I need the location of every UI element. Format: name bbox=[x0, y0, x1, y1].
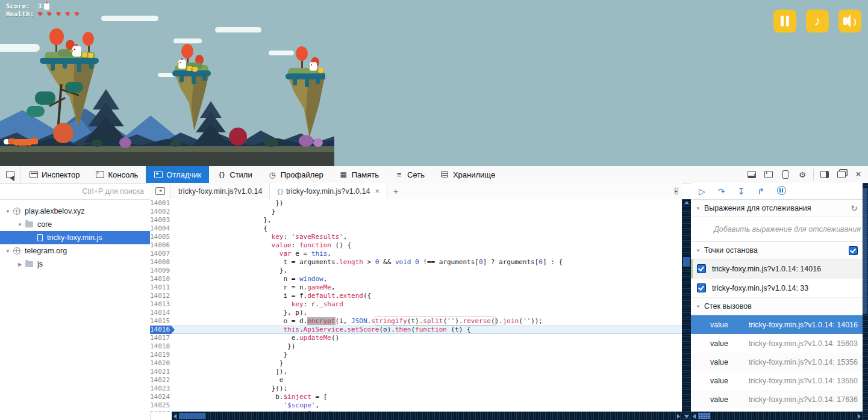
line-number[interactable]: 14011 bbox=[150, 283, 171, 292]
breakpoint-checkbox[interactable] bbox=[697, 283, 706, 292]
editor-hscrollbar[interactable] bbox=[172, 412, 682, 420]
collapse-sources-button[interactable]: ◂ bbox=[150, 183, 171, 199]
tab-console[interactable]: Консоль bbox=[87, 166, 146, 183]
tab-memory[interactable]: ▦Память bbox=[331, 166, 387, 183]
code-line[interactable]: 14005key: 'saveResults', bbox=[150, 233, 682, 241]
line-number[interactable]: 14001 bbox=[150, 199, 171, 208]
new-tab-button[interactable]: + bbox=[387, 183, 404, 199]
watch-expression-input[interactable]: Добавить выражение для отслеживания bbox=[691, 217, 863, 242]
code-line[interactable]: 14002} bbox=[150, 208, 682, 216]
code-line[interactable]: 14007var e = this, bbox=[150, 250, 682, 258]
editor-vscrollbar[interactable] bbox=[682, 199, 691, 420]
tab-debugger[interactable]: Отладчик bbox=[146, 166, 209, 183]
code-line[interactable]: 14020} bbox=[150, 359, 682, 368]
code-line[interactable]: 14009}, bbox=[150, 267, 682, 275]
line-number[interactable]: 14005 bbox=[150, 233, 171, 241]
code-line[interactable]: 14006value: function () { bbox=[150, 241, 682, 250]
tree-caret-icon[interactable]: ▶ bbox=[17, 262, 23, 267]
code-line[interactable]: 14004{ bbox=[150, 224, 682, 233]
close-tab-icon[interactable]: × bbox=[375, 187, 379, 196]
line-number[interactable]: 14004 bbox=[150, 224, 171, 233]
code-line[interactable]: 14010n = window, bbox=[150, 275, 682, 283]
line-number[interactable]: 14015 bbox=[150, 317, 171, 326]
pause-on-exceptions-button[interactable] bbox=[777, 186, 786, 196]
code-line[interactable]: 14024b.$inject = [ bbox=[150, 393, 682, 401]
code-line[interactable]: 14013key: r._shard bbox=[150, 300, 682, 309]
sources-tree-item-js[interactable]: ▶js bbox=[0, 258, 150, 271]
line-number[interactable]: 14024 bbox=[150, 393, 171, 401]
callstack-frame[interactable]: valuetricky-foxy.min.js?v1.0.14: 13550 bbox=[691, 371, 863, 390]
line-number[interactable]: 14013 bbox=[150, 300, 171, 309]
line-number[interactable]: 14023 bbox=[150, 384, 171, 393]
source-search-input[interactable]: Ctrl+P для поиска bbox=[0, 183, 150, 200]
code-line[interactable]: 14001}) bbox=[150, 199, 682, 208]
tree-caret-icon[interactable]: ▼ bbox=[17, 222, 23, 227]
breakpoints-section-header[interactable]: ▼ Точки останова bbox=[691, 242, 863, 259]
line-number[interactable]: 14006 bbox=[150, 241, 171, 250]
code-line-paused[interactable]: 14016this.ApiService.setScore(o).then(fu… bbox=[150, 326, 682, 334]
tab-profiler[interactable]: ◷Профайлер bbox=[260, 166, 331, 183]
tab-network[interactable]: ≡Сеть bbox=[387, 166, 432, 183]
window-vscrollbar[interactable] bbox=[863, 183, 868, 420]
resume-button[interactable]: ▷ bbox=[699, 187, 705, 196]
sources-tree-item-telegram-org[interactable]: ▼telegram.org bbox=[0, 244, 150, 258]
code-line[interactable]: 14018}) bbox=[150, 342, 682, 351]
tree-caret-icon[interactable]: ▼ bbox=[5, 249, 11, 254]
tab-curly[interactable]: { }Стили bbox=[209, 166, 260, 183]
watch-section-header[interactable]: ▼ Выражения для отслеживания ↻ bbox=[691, 200, 863, 217]
sources-tree-item-core[interactable]: ▼core bbox=[0, 218, 150, 231]
refresh-icon[interactable]: ↻ bbox=[851, 203, 858, 213]
line-number[interactable]: 14008 bbox=[150, 258, 171, 267]
code-line[interactable]: 14017e.updateMe() bbox=[150, 334, 682, 342]
separate-window-button[interactable] bbox=[834, 168, 849, 181]
panel-hscrollbar[interactable] bbox=[691, 412, 863, 420]
close-devtools-button[interactable]: × bbox=[851, 168, 866, 181]
code-view[interactable]: 14001})14002}14003},14004{14005key: 'sav… bbox=[150, 199, 682, 412]
step-into-button[interactable]: ↧ bbox=[738, 187, 745, 196]
settings-button[interactable]: ⚙ bbox=[795, 168, 810, 181]
line-number[interactable]: 14021 bbox=[150, 368, 171, 376]
callstack-frame[interactable]: valuetricky-foxy.min.js?v1.0.14: 14016 bbox=[691, 315, 863, 334]
line-number[interactable]: 14009 bbox=[150, 267, 171, 275]
tree-caret-icon[interactable]: ▼ bbox=[5, 209, 11, 214]
line-number[interactable]: 14019 bbox=[150, 351, 171, 359]
expand-panes-button[interactable]: ▸ bbox=[675, 186, 678, 194]
code-line[interactable]: 14015o = d.encrypt(i, JSON.stringify(t).… bbox=[150, 317, 682, 326]
code-line[interactable]: 14011r = n.gameMe, bbox=[150, 283, 682, 292]
line-number[interactable]: 14017 bbox=[150, 334, 171, 342]
dock-options-button[interactable]: ▾ bbox=[745, 168, 759, 181]
sources-tree-item-tricky-foxy-min-js[interactable]: tricky-foxy.min.js bbox=[0, 231, 150, 244]
line-number[interactable]: 14022 bbox=[150, 376, 171, 384]
music-button[interactable]: ♪ bbox=[806, 10, 829, 32]
callstack-frame[interactable]: valuetricky-foxy.min.js?v1.0.14: 15603 bbox=[691, 334, 863, 353]
breakpoint-item[interactable]: tricky-foxy.min.js?v1.0.14: 14016 bbox=[691, 259, 863, 279]
code-line[interactable]: 14021]), bbox=[150, 368, 682, 376]
line-number[interactable]: 14016 bbox=[150, 326, 171, 334]
node-picker-button[interactable] bbox=[0, 166, 21, 183]
split-console-button[interactable] bbox=[761, 168, 776, 181]
responsive-mode-button[interactable] bbox=[778, 168, 793, 181]
sound-button[interactable] bbox=[838, 10, 861, 32]
pause-button[interactable] bbox=[773, 10, 796, 32]
callstack-frame[interactable]: valuetricky-foxy.min.js?v1.0.14: 15356 bbox=[691, 353, 863, 371]
source-tab-0[interactable]: tricky-foxy.min.js?v1.0.14 bbox=[171, 183, 270, 199]
code-line[interactable]: 14014}, p), bbox=[150, 309, 682, 317]
line-number[interactable]: 14020 bbox=[150, 359, 171, 368]
callstack-section-header[interactable]: ▼ Стек вызовов bbox=[691, 298, 863, 315]
code-line[interactable]: 14025'$scope', bbox=[150, 401, 682, 410]
line-number[interactable]: 14007 bbox=[150, 250, 171, 258]
line-number[interactable]: 14026 bbox=[150, 410, 171, 412]
tab-storage[interactable]: Хранилище bbox=[432, 166, 503, 183]
line-number[interactable]: 14018 bbox=[150, 342, 171, 351]
step-out-button[interactable]: ↱ bbox=[757, 187, 764, 196]
code-line[interactable]: 14012i = f.default.extend({ bbox=[150, 292, 682, 300]
line-number[interactable]: 14012 bbox=[150, 292, 171, 300]
sidebar-toggle-button[interactable] bbox=[817, 168, 832, 181]
line-number[interactable]: 14003 bbox=[150, 216, 171, 224]
breakpoint-checkbox[interactable] bbox=[697, 264, 706, 273]
line-number[interactable]: 14014 bbox=[150, 309, 171, 317]
step-over-button[interactable]: ↷ bbox=[718, 187, 725, 196]
tab-inspector[interactable]: Инспектор bbox=[21, 166, 87, 183]
code-line[interactable]: 14019} bbox=[150, 351, 682, 359]
breakpoints-toggle-checkbox[interactable] bbox=[849, 246, 858, 255]
